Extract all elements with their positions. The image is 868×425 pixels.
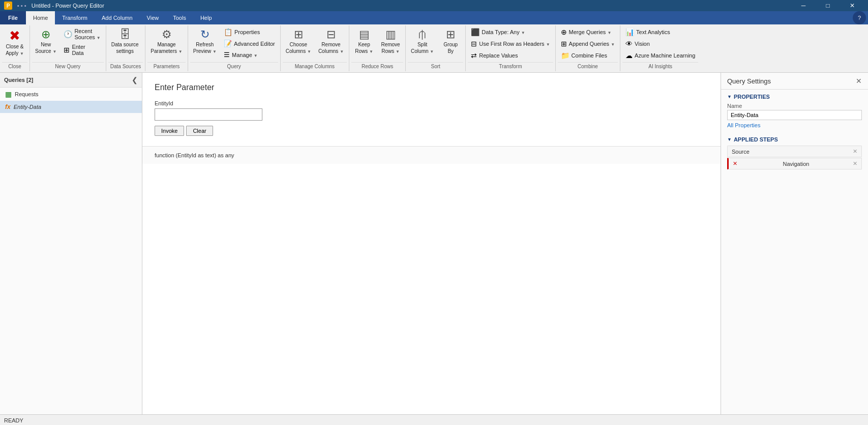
ribbon-group-transform: ⬛ Data Type: Any ▼ ⊟ Use First Row as He… xyxy=(466,25,555,71)
tab-home[interactable]: Home xyxy=(26,11,55,24)
append-icon: ⊞ xyxy=(561,40,567,48)
data-source-icon: 🗄 xyxy=(119,29,131,40)
text-analytics-button[interactable]: 📊 Text Analytics xyxy=(622,26,698,38)
remove-columns-button[interactable]: ⊟ RemoveColumns ▼ xyxy=(315,26,347,57)
refresh-preview-button[interactable]: ↻ RefreshPreview ▼ xyxy=(190,26,220,57)
window-title: Untitled - Power Query Editor xyxy=(32,3,104,9)
manage-parameters-button[interactable]: ⚙ ManageParameters ▼ xyxy=(147,26,185,57)
ribbon-col-ai: 📊 Text Analytics 👁 Vision ☁ Azure Machin… xyxy=(622,26,698,61)
combine-files-icon: 📁 xyxy=(561,51,570,60)
ribbon-group-parameters: ⚙ ManageParameters ▼ Parameters xyxy=(145,25,188,71)
manage-button[interactable]: ☰ Manage ▼ xyxy=(221,49,278,60)
combine-files-button[interactable]: 📁 Combine Files xyxy=(558,50,618,61)
manage-cols-group-label: Manage Columns xyxy=(283,62,347,70)
close-apply-label: Close &Apply ▼ xyxy=(6,43,24,56)
ribbon-group-reduce-rows: ▤ KeepRows ▼ ▥ RemoveRows ▼ Reduce Rows xyxy=(349,25,406,71)
step-error-icon: ✕ xyxy=(733,160,737,167)
query-item-requests[interactable]: ▦ Requests xyxy=(0,88,142,101)
azure-ml-button[interactable]: ☁ Azure Machine Learning xyxy=(622,50,698,61)
query-name-input[interactable] xyxy=(727,110,862,120)
enter-data-icon: ⊞ xyxy=(64,46,70,54)
remove-rows-icon: ▥ xyxy=(385,29,396,40)
minimize-button[interactable]: ─ xyxy=(792,0,815,11)
group-by-label: GroupBy xyxy=(443,41,458,54)
tab-tools[interactable]: Tools xyxy=(166,11,193,24)
recent-sources-label: RecentSources ▼ xyxy=(74,28,100,40)
split-column-button[interactable]: ⫛ SplitColumn ▼ xyxy=(408,26,437,57)
remove-rows-label: RemoveRows ▼ xyxy=(381,41,400,54)
group-by-button[interactable]: ⊞ GroupBy xyxy=(438,26,463,57)
properties-label: Properties xyxy=(234,29,260,35)
data-source-label: Data sourcesettings xyxy=(111,41,139,54)
window-close-button[interactable]: ✕ xyxy=(841,0,864,11)
first-row-label: Use First Row as Headers ▼ xyxy=(479,41,550,47)
step-navigation-delete[interactable]: ✕ xyxy=(853,160,857,167)
replace-values-button[interactable]: ⇄ Replace Values xyxy=(468,50,553,61)
restore-button[interactable]: □ xyxy=(816,0,840,11)
query-item-entity-data[interactable]: fx Entity-Data xyxy=(0,101,142,113)
remove-columns-label: RemoveColumns ▼ xyxy=(318,41,344,54)
azure-ml-label: Azure Machine Learning xyxy=(635,52,695,59)
query-table-icon: ▦ xyxy=(5,90,12,98)
all-properties-link[interactable]: All Properties xyxy=(727,122,760,128)
ribbon-group-ai-content: 📊 Text Analytics 👁 Vision ☁ Azure Machin… xyxy=(622,26,698,61)
keep-rows-button[interactable]: ▤ KeepRows ▼ xyxy=(351,26,377,57)
ribbon-col-transform: ⬛ Data Type: Any ▼ ⊟ Use First Row as He… xyxy=(468,26,553,61)
settings-header: Query Settings ✕ xyxy=(721,73,868,90)
refresh-label: RefreshPreview ▼ xyxy=(193,41,217,54)
merge-queries-button[interactable]: ⊕ Merge Queries ▼ xyxy=(558,26,618,38)
choose-columns-button[interactable]: ⊞ ChooseColumns ▼ xyxy=(283,26,314,57)
combine-group-label: Combine xyxy=(558,62,618,70)
clear-button[interactable]: Clear xyxy=(186,126,213,136)
tab-add-column[interactable]: Add Column xyxy=(95,11,140,24)
help-button[interactable]: ? xyxy=(853,11,866,24)
ribbon-group-params-content: ⚙ ManageParameters ▼ xyxy=(147,26,185,61)
data-source-settings-button[interactable]: 🗄 Data sourcesettings xyxy=(108,26,142,57)
close-apply-button[interactable]: ✖ Close &Apply ▼ xyxy=(2,26,27,59)
advanced-editor-label: Advanced Editor xyxy=(234,41,275,47)
remove-rows-button[interactable]: ▥ RemoveRows ▼ xyxy=(378,26,403,57)
param-buttons: Invoke Clear xyxy=(155,126,708,136)
enter-data-button[interactable]: ⊞ EnterData xyxy=(61,42,103,58)
step-source[interactable]: Source ✕ xyxy=(727,146,862,157)
reduce-rows-group-label: Reduce Rows xyxy=(351,62,403,70)
tab-file[interactable]: File xyxy=(0,11,26,24)
ribbon-group-manage-cols-content: ⊞ ChooseColumns ▼ ⊟ RemoveColumns ▼ xyxy=(283,26,347,61)
manage-params-icon: ⚙ xyxy=(162,29,172,40)
step-navigation[interactable]: ✕ Navigation ✕ xyxy=(727,158,862,169)
manage-params-label: ManageParameters ▼ xyxy=(151,41,182,54)
text-analytics-icon: 📊 xyxy=(625,28,634,36)
ribbon-group-sort-content: ⫛ SplitColumn ▼ ⊞ GroupBy xyxy=(408,26,463,61)
split-column-label: SplitColumn ▼ xyxy=(411,41,434,54)
ribbon-group-data-sources-content: 🗄 Data sourcesettings xyxy=(108,26,143,61)
text-analytics-label: Text Analytics xyxy=(636,29,670,35)
steps-triangle-icon: ▼ xyxy=(727,137,732,142)
data-type-button[interactable]: ⬛ Data Type: Any ▼ xyxy=(468,26,553,38)
tab-help[interactable]: Help xyxy=(193,11,219,24)
data-type-label: Data Type: Any ▼ xyxy=(482,29,525,35)
title-bar: P ▪ ▪ ▪ Untitled - Power Query Editor ─ … xyxy=(0,0,868,11)
entity-id-input[interactable] xyxy=(155,108,262,121)
advanced-editor-button[interactable]: 📝 Advanced Editor xyxy=(221,38,278,49)
ribbon-group-new-query: ⊕ NewSource ▼ 🕐 RecentSources ▼ ⊞ EnterD… xyxy=(30,25,106,71)
new-source-button[interactable]: ⊕ NewSource ▼ xyxy=(32,26,59,57)
enter-parameter-panel: Enter Parameter EntityId Invoke Clear xyxy=(142,73,721,146)
tab-transform[interactable]: Transform xyxy=(55,11,95,24)
append-queries-button[interactable]: ⊞ Append Queries ▼ xyxy=(558,38,618,49)
panel-title: Enter Parameter xyxy=(155,83,708,92)
invoke-button[interactable]: Invoke xyxy=(155,126,184,136)
vision-button[interactable]: 👁 Vision xyxy=(622,38,698,49)
recent-sources-button[interactable]: 🕐 RecentSources ▼ xyxy=(61,26,103,42)
settings-close-button[interactable]: ✕ xyxy=(856,77,862,85)
ribbon-group-sort: ⫛ SplitColumn ▼ ⊞ GroupBy Sort xyxy=(406,25,466,71)
first-row-headers-button[interactable]: ⊟ Use First Row as Headers ▼ xyxy=(468,38,553,49)
close-icon: ✖ xyxy=(9,29,20,42)
tab-view[interactable]: View xyxy=(140,11,166,24)
enter-data-label: EnterData xyxy=(72,44,85,56)
step-source-delete[interactable]: ✕ xyxy=(853,148,857,155)
advanced-editor-icon: 📝 xyxy=(224,40,232,47)
properties-button[interactable]: 📋 Properties xyxy=(221,26,278,38)
ribbon-group-close-content: ✖ Close &Apply ▼ xyxy=(2,26,27,61)
collapse-button[interactable]: ❮ xyxy=(132,76,138,84)
query-group-label: Query xyxy=(190,62,278,70)
